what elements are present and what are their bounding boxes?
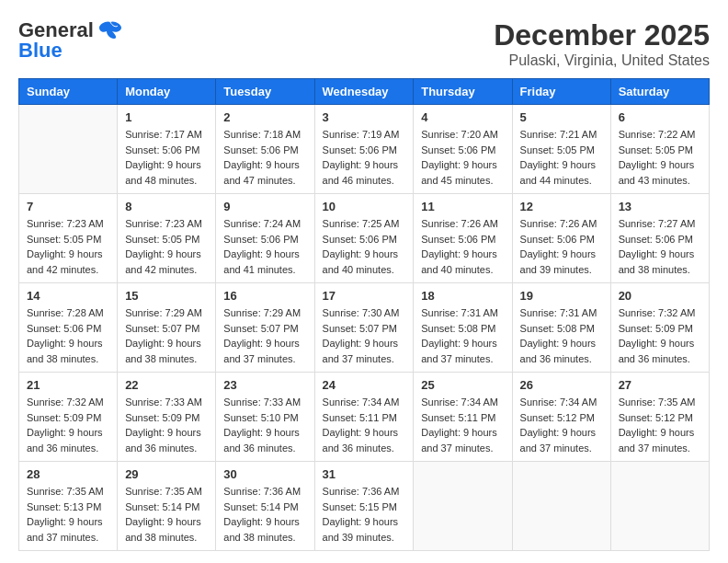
header-tuesday: Tuesday [216, 79, 314, 105]
day-info: Sunrise: 7:36 AMSunset: 5:14 PMDaylight:… [223, 484, 306, 545]
calendar-cell: 23Sunrise: 7:33 AMSunset: 5:10 PMDayligh… [216, 373, 314, 462]
day-number: 13 [619, 200, 701, 213]
calendar-cell: 4Sunrise: 7:20 AMSunset: 5:06 PMDaylight… [414, 105, 512, 194]
calendar-cell: 12Sunrise: 7:26 AMSunset: 5:06 PMDayligh… [512, 194, 610, 283]
day-info: Sunrise: 7:18 AMSunset: 5:06 PMDaylight:… [223, 127, 306, 188]
day-number: 12 [520, 200, 603, 213]
calendar-cell: 1Sunrise: 7:17 AMSunset: 5:06 PMDaylight… [118, 105, 216, 194]
day-info: Sunrise: 7:22 AMSunset: 5:05 PMDaylight:… [619, 127, 701, 188]
calendar-cell [512, 462, 610, 551]
calendar-cell: 3Sunrise: 7:19 AMSunset: 5:06 PMDaylight… [314, 105, 414, 194]
day-info: Sunrise: 7:34 AMSunset: 5:12 PMDaylight:… [520, 395, 603, 455]
header-friday: Friday [512, 79, 610, 105]
calendar-week-1: 1Sunrise: 7:17 AMSunset: 5:06 PMDaylight… [19, 105, 710, 194]
calendar-cell: 15Sunrise: 7:29 AMSunset: 5:07 PMDayligh… [118, 283, 216, 373]
day-number: 3 [323, 110, 406, 124]
day-number: 18 [421, 289, 504, 303]
day-info: Sunrise: 7:26 AMSunset: 5:06 PMDaylight:… [520, 216, 603, 277]
day-number: 19 [520, 289, 603, 303]
calendar-cell [610, 462, 709, 551]
calendar-cell [414, 462, 512, 551]
calendar-cell: 7Sunrise: 7:23 AMSunset: 5:05 PMDaylight… [19, 194, 118, 283]
calendar-cell: 28Sunrise: 7:35 AMSunset: 5:13 PMDayligh… [19, 462, 118, 551]
header-thursday: Thursday [414, 79, 512, 105]
logo: General Blue [18, 18, 123, 63]
day-number: 23 [223, 378, 306, 392]
day-info: Sunrise: 7:35 AMSunset: 5:14 PMDaylight:… [125, 484, 208, 545]
day-number: 22 [125, 378, 208, 392]
day-number: 21 [27, 378, 109, 392]
calendar-cell: 18Sunrise: 7:31 AMSunset: 5:08 PMDayligh… [414, 283, 512, 373]
day-number: 26 [520, 378, 603, 392]
day-info: Sunrise: 7:20 AMSunset: 5:06 PMDaylight:… [421, 127, 504, 188]
day-number: 31 [323, 467, 406, 481]
calendar-cell: 25Sunrise: 7:34 AMSunset: 5:11 PMDayligh… [414, 373, 512, 462]
calendar-cell: 22Sunrise: 7:33 AMSunset: 5:09 PMDayligh… [118, 373, 216, 462]
day-number: 8 [125, 200, 208, 213]
day-number: 9 [223, 200, 306, 213]
calendar-cell: 27Sunrise: 7:35 AMSunset: 5:12 PMDayligh… [610, 373, 709, 462]
day-info: Sunrise: 7:23 AMSunset: 5:05 PMDaylight:… [125, 216, 208, 277]
day-number: 17 [323, 289, 406, 303]
header-saturday: Saturday [610, 79, 709, 105]
calendar-table: Sunday Monday Tuesday Wednesday Thursday… [18, 78, 710, 551]
day-number: 27 [619, 378, 701, 392]
calendar-cell: 29Sunrise: 7:35 AMSunset: 5:14 PMDayligh… [118, 462, 216, 551]
day-info: Sunrise: 7:35 AMSunset: 5:13 PMDaylight:… [27, 484, 109, 545]
day-info: Sunrise: 7:25 AMSunset: 5:06 PMDaylight:… [323, 216, 406, 277]
calendar-cell: 21Sunrise: 7:32 AMSunset: 5:09 PMDayligh… [19, 373, 118, 462]
day-number: 1 [125, 110, 208, 124]
calendar-cell: 13Sunrise: 7:27 AMSunset: 5:06 PMDayligh… [610, 194, 709, 283]
calendar-cell: 8Sunrise: 7:23 AMSunset: 5:05 PMDaylight… [118, 194, 216, 283]
page-title: December 2025 [494, 18, 710, 52]
calendar-week-3: 14Sunrise: 7:28 AMSunset: 5:06 PMDayligh… [19, 283, 710, 373]
logo-blue-text: Blue [18, 39, 63, 63]
day-info: Sunrise: 7:35 AMSunset: 5:12 PMDaylight:… [619, 395, 701, 455]
calendar-week-5: 28Sunrise: 7:35 AMSunset: 5:13 PMDayligh… [19, 462, 710, 551]
day-info: Sunrise: 7:29 AMSunset: 5:07 PMDaylight:… [125, 305, 208, 366]
day-info: Sunrise: 7:23 AMSunset: 5:05 PMDaylight:… [27, 216, 109, 277]
day-number: 14 [27, 289, 109, 303]
day-info: Sunrise: 7:31 AMSunset: 5:08 PMDaylight:… [421, 305, 504, 366]
day-info: Sunrise: 7:32 AMSunset: 5:09 PMDaylight:… [619, 305, 701, 366]
calendar-cell: 14Sunrise: 7:28 AMSunset: 5:06 PMDayligh… [19, 283, 118, 373]
day-info: Sunrise: 7:19 AMSunset: 5:06 PMDaylight:… [323, 127, 406, 188]
calendar-cell: 17Sunrise: 7:30 AMSunset: 5:07 PMDayligh… [314, 283, 414, 373]
day-info: Sunrise: 7:26 AMSunset: 5:06 PMDaylight:… [421, 216, 504, 277]
day-number: 25 [421, 378, 504, 392]
day-number: 5 [520, 110, 603, 124]
day-info: Sunrise: 7:27 AMSunset: 5:06 PMDaylight:… [619, 216, 701, 277]
calendar-cell [19, 105, 118, 194]
day-number: 2 [223, 110, 306, 124]
day-info: Sunrise: 7:30 AMSunset: 5:07 PMDaylight:… [323, 305, 406, 366]
calendar-cell: 10Sunrise: 7:25 AMSunset: 5:06 PMDayligh… [314, 194, 414, 283]
day-info: Sunrise: 7:17 AMSunset: 5:06 PMDaylight:… [125, 127, 208, 188]
calendar-cell: 6Sunrise: 7:22 AMSunset: 5:05 PMDaylight… [610, 105, 709, 194]
calendar-cell: 11Sunrise: 7:26 AMSunset: 5:06 PMDayligh… [414, 194, 512, 283]
calendar-cell: 26Sunrise: 7:34 AMSunset: 5:12 PMDayligh… [512, 373, 610, 462]
day-number: 15 [125, 289, 208, 303]
calendar-week-2: 7Sunrise: 7:23 AMSunset: 5:05 PMDaylight… [19, 194, 710, 283]
day-info: Sunrise: 7:31 AMSunset: 5:08 PMDaylight:… [520, 305, 603, 366]
calendar-cell: 20Sunrise: 7:32 AMSunset: 5:09 PMDayligh… [610, 283, 709, 373]
day-number: 28 [27, 467, 109, 481]
calendar-cell: 16Sunrise: 7:29 AMSunset: 5:07 PMDayligh… [216, 283, 314, 373]
calendar-cell: 2Sunrise: 7:18 AMSunset: 5:06 PMDaylight… [216, 105, 314, 194]
day-info: Sunrise: 7:32 AMSunset: 5:09 PMDaylight:… [27, 395, 109, 455]
day-number: 6 [619, 110, 701, 124]
day-info: Sunrise: 7:33 AMSunset: 5:09 PMDaylight:… [125, 395, 208, 455]
day-info: Sunrise: 7:34 AMSunset: 5:11 PMDaylight:… [323, 395, 406, 455]
day-number: 20 [619, 289, 701, 303]
day-number: 10 [323, 200, 406, 213]
header-monday: Monday [118, 79, 216, 105]
day-number: 4 [421, 110, 504, 124]
day-number: 29 [125, 467, 208, 481]
day-number: 30 [223, 467, 306, 481]
calendar-cell: 9Sunrise: 7:24 AMSunset: 5:06 PMDaylight… [216, 194, 314, 283]
day-info: Sunrise: 7:21 AMSunset: 5:05 PMDaylight:… [520, 127, 603, 188]
calendar-cell: 30Sunrise: 7:36 AMSunset: 5:14 PMDayligh… [216, 462, 314, 551]
day-info: Sunrise: 7:34 AMSunset: 5:11 PMDaylight:… [421, 395, 504, 455]
day-info: Sunrise: 7:33 AMSunset: 5:10 PMDaylight:… [223, 395, 306, 455]
title-block: December 2025 Pulaski, Virginia, United … [494, 18, 710, 69]
calendar-week-4: 21Sunrise: 7:32 AMSunset: 5:09 PMDayligh… [19, 373, 710, 462]
